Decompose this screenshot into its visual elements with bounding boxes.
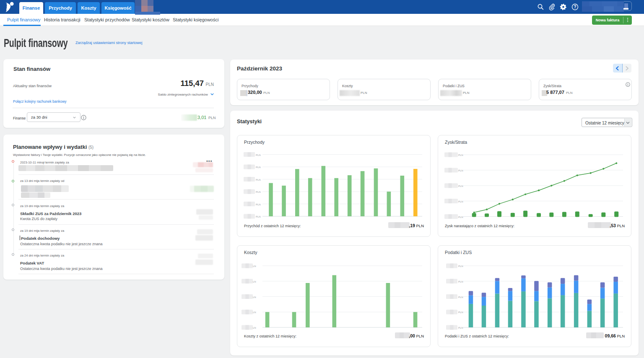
svg-text:PLN: PLN [458,296,463,298]
svg-text:Przychody: Przychody [244,140,265,145]
svg-text:PLN: PLN [458,185,463,187]
svg-text:09,66 PLN: 09,66 PLN [605,333,625,338]
svg-text:PLN: PLN [458,311,463,314]
svg-text:PLN: PLN [256,154,261,156]
svg-text:PLN: PLN [256,179,261,181]
svg-text:PLN: PLN [458,154,463,156]
svg-text:Przychód z ostatnich 12 miesię: Przychód z ostatnich 12 miesięcy: [244,224,301,228]
svg-text:PLN: PLN [458,169,463,172]
svg-text:PLN: PLN [458,216,463,218]
svg-text:,00 PLN: ,00 PLN [409,333,424,338]
svg-text:LN: LN [253,327,256,329]
svg-text:PLN: PLN [256,166,261,169]
svg-text:Koszty: Koszty [244,250,257,255]
svg-text:?: ? [574,5,576,9]
svg-text:PLN: PLN [458,200,463,203]
svg-text:LN: LN [253,265,256,267]
svg-text:PLN: PLN [256,215,261,218]
svg-text:LN: LN [253,280,256,283]
svg-text:LN: LN [253,296,256,298]
svg-text:,53 PLN: ,53 PLN [610,223,625,228]
svg-text:Podatki i ZUS z ostatnich 12 m: Podatki i ZUS z ostatnich 12 miesięcy: [445,334,509,338]
svg-text:PLN: PLN [458,265,463,267]
svg-text:LN: LN [253,311,256,314]
svg-text:Zysk narastająco z ostatnich 1: Zysk narastająco z ostatnich 12 miesięcy… [445,224,514,228]
svg-text:PLN: PLN [256,203,261,206]
svg-text:Zysk/Strata: Zysk/Strata [445,140,467,145]
svg-text:Podatki i ZUS: Podatki i ZUS [445,250,472,255]
svg-text:Koszty z ostatnich 12 miesięcy: Koszty z ostatnich 12 miesięcy: [244,334,296,338]
svg-text:PLN: PLN [458,327,463,329]
svg-text:,19 PLN: ,19 PLN [409,223,424,228]
svg-text:PLN: PLN [458,280,463,283]
svg-text:PLN: PLN [256,191,261,193]
